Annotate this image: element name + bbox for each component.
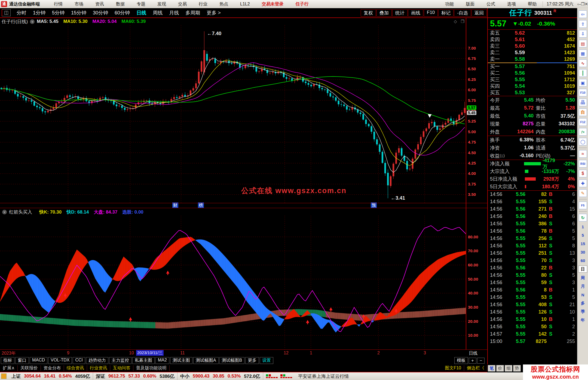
tool-统计[interactable]: 统计 [392, 9, 408, 17]
wave-icon[interactable]: ≈ [579, 150, 587, 158]
zoom-in-button[interactable]: + [469, 358, 476, 364]
sell-row[interactable]: 卖五5.62812 [488, 30, 577, 36]
ext-button-综合资讯[interactable]: 综合资讯 [64, 365, 87, 371]
tick-tab-势[interactable]: 势 [513, 365, 521, 372]
sell-row[interactable]: 卖一5.581269 [488, 56, 577, 62]
indicator-name[interactable]: 红箭头买入 [9, 209, 32, 215]
layout-icon[interactable]: ◫ [2, 9, 11, 16]
notepad-icon[interactable] [1, 373, 7, 379]
tool-叠加[interactable]: 叠加 [376, 9, 392, 17]
f12-icon[interactable]: F12 [579, 118, 587, 126]
minimize-button[interactable]: – [579, 2, 581, 6]
trend-line-icon[interactable]: ∿ [579, 59, 587, 67]
f10-icon[interactable]: F10 [579, 89, 587, 96]
tick-row[interactable]: 14:565.568B1 [488, 286, 577, 294]
strip-period-月[interactable]: 月 [579, 283, 587, 290]
tick-row[interactable]: 14:575.55142S2 [488, 330, 577, 338]
tick-row[interactable]: 14:565.55386S6 [488, 220, 577, 227]
diamond-icon[interactable]: ◇ [454, 19, 457, 24]
tool-标记[interactable]: 标记 [438, 9, 454, 17]
menu-item-专题[interactable]: 专题 [131, 2, 151, 6]
tick-row[interactable]: 14:565.55256S5 [488, 235, 577, 242]
menu-item-行情[interactable]: 行情 [48, 2, 69, 6]
strip-period-日[interactable]: 日 [578, 266, 587, 273]
tick-row[interactable]: 15:005.578275255 [488, 338, 577, 345]
market-mini-bars[interactable] [263, 374, 295, 378]
tool-画线[interactable]: 画线 [408, 9, 423, 17]
indicator-button-趋势动力[interactable]: 趋势动力 [86, 357, 108, 364]
ext-button-互动问答[interactable]: 互动问答 [110, 365, 133, 371]
buy-row[interactable]: 买一5.57751 [488, 63, 577, 70]
menu-item-版面[interactable]: 版面 [460, 2, 480, 6]
ext-button-行业资讯[interactable]: 行业资讯 [87, 365, 110, 371]
kline-icon[interactable]: ┃ [579, 69, 587, 77]
tool-复权[interactable]: 复权 [361, 9, 376, 17]
tick-row[interactable]: 14:565.5678B5 [488, 227, 577, 235]
f5-icon[interactable]: F5 [579, 202, 587, 209]
ext-button-关联报价[interactable]: 关联报价 [18, 365, 41, 371]
close-button[interactable]: ✕ [584, 2, 588, 6]
tick-row[interactable]: 14:565.55112S8 [488, 242, 577, 250]
tick-row[interactable]: 14:565.5553S5 [488, 294, 577, 301]
settings-button[interactable]: 设置 [260, 357, 273, 364]
menu-item-行业[interactable]: 行业 [193, 2, 213, 6]
period-1分钟[interactable]: 1分钟 [30, 10, 49, 16]
indicator-button-测试幅图B[interactable]: 测试幅图B [219, 357, 245, 364]
tick-row[interactable]: 14:565.5559S3 [488, 279, 577, 286]
zixuan-icon[interactable]: 自 [579, 108, 587, 116]
tool-F10[interactable]: F10 [424, 9, 438, 17]
tick-row[interactable]: 14:565.5622B3 [488, 264, 577, 272]
tick-row[interactable]: 14:565.5580S5 [488, 272, 577, 279]
strip-period-多[interactable]: 多 [579, 300, 587, 306]
menu-item-交易[interactable]: 交易 [172, 2, 193, 6]
tick-row[interactable]: 14:565.55126S10 [488, 308, 577, 316]
strip-period-周[interactable]: 周 [579, 275, 587, 281]
tick-row[interactable]: 14:565.5510B1 [488, 316, 577, 323]
back-arrow-icon[interactable]: ⇦ [579, 10, 587, 18]
up-arrow-icon[interactable]: ⇧ [579, 20, 587, 28]
structure-icon[interactable]: 品 [579, 99, 587, 106]
tick-row[interactable]: 14:565.56271B15 [488, 205, 577, 213]
tick-tab-价[interactable]: 价 [496, 365, 504, 372]
period-15分钟[interactable]: 15分钟 [68, 10, 90, 16]
tick-row[interactable]: 14:565.55408S21 [488, 301, 577, 308]
indicator-chart[interactable] [0, 216, 466, 349]
tool--自选[interactable]: -自选 [454, 9, 471, 17]
period-30分钟[interactable]: 30分钟 [90, 10, 111, 16]
period-日线[interactable]: 日线 [133, 10, 149, 16]
menu-item-热点[interactable]: 热点 [213, 2, 234, 6]
event-marker-预[interactable]: 预 [371, 202, 377, 208]
ext-button-侧边栏《[interactable]: 侧边栏《 [464, 365, 487, 371]
period-60分钟[interactable]: 60分钟 [111, 10, 133, 16]
indicator-button-测试主图[interactable]: 测试主图 [170, 357, 192, 364]
ext-button-扩展∧[interactable]: 扩展∧ [0, 365, 18, 371]
strip-period-15[interactable]: 15 [579, 240, 587, 247]
tick-tab-笔[interactable]: 笔 [488, 365, 495, 372]
buy-row[interactable]: 买四5.541019 [488, 83, 577, 89]
tick-row[interactable]: 14:565.55251S13 [488, 250, 577, 257]
chevron-down-icon[interactable]: ∨ [30, 19, 35, 24]
tick-row[interactable]: 14:565.5550S2 [488, 323, 577, 330]
pencil-icon[interactable]: ✎ [579, 189, 587, 197]
template-button[interactable]: 模板 [454, 357, 468, 364]
ext-button-图文F10[interactable]: 图文F10 [442, 365, 464, 371]
indicator-button-私募主图[interactable]: 私募主图 [132, 357, 155, 364]
strip-period-30[interactable]: 30 [579, 249, 587, 255]
indicator-button-指标[interactable]: 指标 [1, 357, 14, 364]
menu-item-发现[interactable]: 发现 [151, 2, 172, 6]
strip-period-N[interactable]: N [579, 291, 587, 298]
indicator-button-MA2[interactable]: MA2 [155, 357, 169, 364]
event-marker-财[interactable]: 财 [172, 202, 178, 208]
report-icon[interactable]: ▤ [579, 40, 587, 47]
stock-shortcut[interactable]: 任子行 [290, 1, 315, 7]
strip-period-季[interactable]: 季 [579, 308, 587, 315]
ext-button-资金分布[interactable]: 资金分布 [41, 365, 64, 371]
menu-item-选项[interactable]: 选项 [501, 2, 522, 6]
strip-period-年[interactable]: 年 [579, 317, 587, 323]
period-多周期[interactable]: 多周期 [182, 10, 203, 16]
index-quote-上证[interactable]: 上证3054.6416.410.54%4059亿 [9, 372, 93, 380]
index-quote-深证[interactable]: 深证9612.7557.330.60%5386亿 [93, 372, 177, 380]
menu-item-L1L2[interactable]: L1L2 [234, 2, 256, 6]
indicator-button-MACD[interactable]: MACD [30, 357, 47, 364]
tick-row[interactable]: 14:565.55155S4 [488, 198, 577, 205]
